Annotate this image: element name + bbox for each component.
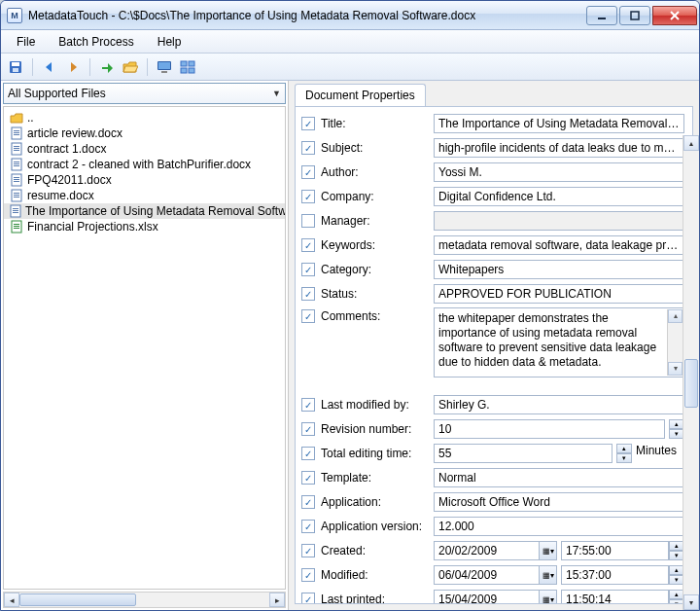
svg-marker-11: [123, 66, 138, 72]
checkbox[interactable]: ✓: [301, 593, 315, 604]
nav-back-button[interactable]: [41, 58, 58, 76]
menu-batch-process[interactable]: Batch Process: [47, 32, 145, 52]
comments-textarea[interactable]: the whitepaper demonstrates the importan…: [434, 307, 684, 377]
properties-pane: Document Properties ✓ Title: The Importa…: [289, 81, 699, 610]
prop-label: Title:: [321, 117, 428, 130]
scroll-down-icon[interactable]: ▾: [668, 362, 682, 376]
file-item[interactable]: resume.docx: [4, 188, 285, 203]
file-item[interactable]: contract 2 - cleaned with BatchPurifier.…: [4, 157, 285, 172]
menu-file[interactable]: File: [5, 32, 47, 52]
status-input[interactable]: APPROVED FOR PUBLICATION: [434, 284, 684, 304]
checkbox[interactable]: ✓: [301, 263, 315, 276]
scroll-thumb[interactable]: [19, 593, 136, 606]
views-button[interactable]: [179, 58, 196, 76]
title-input[interactable]: The Importance of Using Metadata Removal…: [434, 114, 684, 133]
svg-rect-14: [161, 71, 167, 73]
calendar-icon[interactable]: ▦▾: [540, 565, 557, 585]
comments-scrollbar[interactable]: ▴ ▾: [667, 309, 682, 376]
calendar-icon[interactable]: ▦▾: [540, 590, 557, 604]
checkbox[interactable]: ✓: [301, 568, 315, 582]
checkbox[interactable]: ✓: [301, 495, 315, 509]
application-input[interactable]: Microsoft Office Word: [434, 492, 684, 512]
file-item-selected[interactable]: The Importance of Using Metadata Removal…: [4, 203, 285, 219]
window-vscrollbar[interactable]: ▴ ▾: [682, 135, 699, 610]
checkbox[interactable]: ✓: [301, 287, 315, 301]
file-item[interactable]: FPQ42011.docx: [4, 172, 285, 188]
author-input[interactable]: Yossi M.: [434, 162, 684, 182]
comments-text: the whitepaper demonstrates the importan…: [438, 311, 680, 370]
last-printed-date-input[interactable]: 15/04/2009: [434, 590, 540, 604]
file-item[interactable]: article review.docx: [4, 126, 285, 141]
app-version-input[interactable]: 12.000: [434, 517, 684, 536]
file-item[interactable]: Financial Projections.xlsx: [4, 219, 285, 234]
spin-up-icon[interactable]: ▴: [616, 444, 632, 453]
file-list[interactable]: .. article review.docx contract 1.docx c…: [3, 106, 286, 590]
go-arrow-icon: [100, 60, 114, 74]
prop-subject: ✓ Subject: high-profile incidents of dat…: [301, 137, 684, 159]
nav-forward-button[interactable]: [64, 58, 82, 76]
last-modified-by-input[interactable]: Shirley G.: [434, 395, 684, 414]
last-printed-date-picker[interactable]: 15/04/2009 ▦▾: [434, 590, 557, 604]
scroll-left-icon[interactable]: ◂: [4, 593, 19, 607]
checkbox[interactable]: ✓: [301, 165, 315, 179]
save-button[interactable]: [7, 58, 24, 76]
scroll-up-icon[interactable]: ▴: [668, 309, 682, 323]
prop-label: Category:: [321, 263, 428, 276]
open-folder-button[interactable]: [122, 58, 139, 76]
scroll-right-icon[interactable]: ▸: [269, 593, 285, 607]
checkbox[interactable]: ✓: [301, 309, 315, 323]
file-list-hscrollbar[interactable]: ◂ ▸: [3, 592, 286, 608]
checkbox[interactable]: ✓: [301, 117, 315, 130]
file-filter-combo[interactable]: All Supported Files ▼: [3, 83, 286, 104]
go-button[interactable]: [98, 58, 116, 76]
file-item[interactable]: contract 1.docx: [4, 141, 285, 157]
modified-date-input[interactable]: 06/04/2009: [434, 565, 540, 585]
checkbox[interactable]: ✓: [301, 544, 315, 557]
checkbox[interactable]: ✓: [301, 238, 315, 252]
checkbox[interactable]: ✓: [301, 141, 315, 155]
checkbox[interactable]: ✓: [301, 422, 315, 436]
created-time-input[interactable]: 17:55:00: [561, 541, 669, 560]
maximize-button[interactable]: [619, 6, 650, 25]
created-date-picker[interactable]: 20/02/2009 ▦▾: [434, 541, 557, 560]
last-printed-time-picker[interactable]: 11:50:14 ▴▾: [561, 590, 684, 604]
close-button[interactable]: [652, 6, 697, 25]
editing-time-spinner[interactable]: ▴▾: [616, 444, 632, 463]
checkbox[interactable]: ✓: [301, 447, 315, 460]
arrow-left-icon: [43, 60, 56, 74]
manager-input[interactable]: [434, 211, 684, 231]
created-time-picker[interactable]: 17:55:00 ▴▾: [561, 541, 684, 560]
spin-down-icon[interactable]: ▾: [616, 453, 632, 463]
tab-document-properties[interactable]: Document Properties: [295, 84, 426, 106]
modified-date-picker[interactable]: 06/04/2009 ▦▾: [434, 565, 557, 585]
checkbox[interactable]: ✓: [301, 520, 315, 533]
svg-rect-37: [14, 193, 19, 194]
svg-rect-6: [13, 68, 18, 72]
prop-category: ✓ Category: Whitepapers: [301, 259, 684, 280]
modified-time-picker[interactable]: 15:37:00 ▴▾: [561, 565, 684, 585]
revision-input[interactable]: 10: [434, 419, 665, 439]
checkbox[interactable]: ✓: [301, 214, 315, 228]
minimize-button[interactable]: [586, 6, 617, 25]
scroll-down-icon[interactable]: ▾: [683, 594, 699, 610]
monitor-button[interactable]: [156, 58, 173, 76]
scroll-thumb[interactable]: [684, 359, 698, 408]
checkbox[interactable]: ✓: [301, 398, 315, 412]
last-printed-time-input[interactable]: 11:50:14: [561, 590, 669, 604]
file-name: resume.docx: [27, 189, 94, 202]
category-input[interactable]: Whitepapers: [434, 260, 684, 279]
modified-time-input[interactable]: 15:37:00: [561, 565, 669, 585]
checkbox[interactable]: ✓: [301, 471, 315, 485]
parent-folder-item[interactable]: ..: [4, 110, 285, 126]
app-window: M MetadataTouch - C:\$Docs\The Importanc…: [0, 0, 700, 611]
checkbox[interactable]: ✓: [301, 190, 315, 203]
scroll-up-icon[interactable]: ▴: [683, 135, 699, 151]
calendar-icon[interactable]: ▦▾: [540, 541, 557, 560]
company-input[interactable]: Digital Confidence Ltd.: [434, 187, 684, 206]
subject-input[interactable]: high-profile incidents of data leaks due…: [434, 138, 684, 158]
created-date-input[interactable]: 20/02/2009: [434, 541, 540, 560]
editing-time-input[interactable]: 55: [434, 444, 612, 463]
keywords-input[interactable]: metadata removal software, data leakage …: [434, 235, 684, 255]
template-input[interactable]: Normal: [434, 468, 684, 487]
menu-help[interactable]: Help: [146, 32, 193, 52]
